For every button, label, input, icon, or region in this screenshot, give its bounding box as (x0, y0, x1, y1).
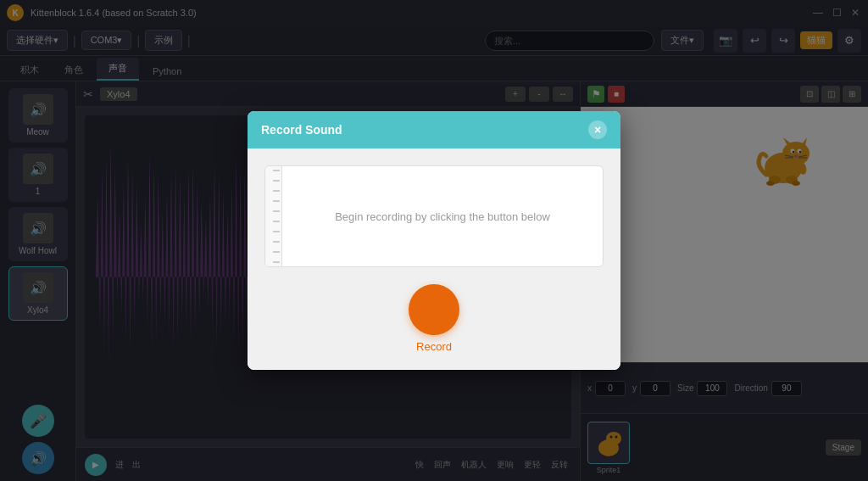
modal-title: Record Sound (261, 123, 342, 137)
level-mark-10 (273, 261, 280, 263)
level-mark-3 (273, 190, 280, 192)
modal-close-button[interactable]: × (588, 120, 607, 139)
level-mark-5 (273, 210, 280, 212)
level-mark-7 (273, 231, 280, 232)
modal-body: Begin recording by clicking the button b… (248, 148, 620, 370)
record-button-area: Record (409, 284, 459, 353)
level-mark-1 (273, 170, 280, 171)
record-label: Record (416, 340, 452, 353)
recording-hint: Begin recording by clicking the button b… (282, 210, 603, 223)
record-circle-button[interactable] (409, 284, 459, 335)
recording-display: Begin recording by clicking the button b… (264, 165, 604, 267)
recording-hint-text: Begin recording by clicking the button b… (335, 210, 550, 223)
record-sound-modal: Record Sound × Begin recording (248, 111, 620, 370)
level-mark-2 (273, 180, 280, 182)
level-mark-8 (273, 241, 280, 243)
level-mark-6 (273, 221, 280, 222)
modal-overlay: Record Sound × Begin recording (0, 0, 868, 481)
modal-header: Record Sound × (248, 111, 620, 148)
recording-levels (265, 166, 282, 266)
level-mark-9 (273, 251, 280, 253)
level-mark-4 (273, 200, 280, 202)
